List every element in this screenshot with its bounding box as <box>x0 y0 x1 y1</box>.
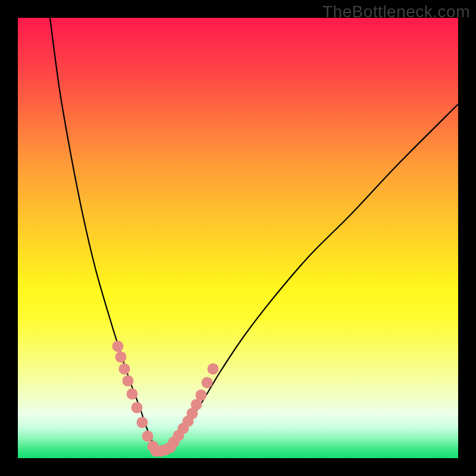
curve-marker <box>112 341 124 352</box>
plot-area <box>18 18 458 458</box>
bottleneck-curve <box>50 18 458 452</box>
curve-marker <box>137 417 148 428</box>
curve-layer <box>18 18 458 458</box>
curve-marker <box>142 431 154 442</box>
curve-marker <box>208 364 219 375</box>
curve-marker <box>196 390 207 401</box>
curve-markers <box>112 341 219 457</box>
curve-marker <box>131 402 143 414</box>
curve-marker <box>119 364 130 375</box>
curve-marker <box>123 375 134 387</box>
curve-marker <box>127 389 138 400</box>
bottleneck-curve-path <box>50 18 458 452</box>
chart-container: TheBottleneck.com <box>0 0 476 476</box>
curve-marker <box>115 352 127 363</box>
curve-marker <box>202 377 213 389</box>
